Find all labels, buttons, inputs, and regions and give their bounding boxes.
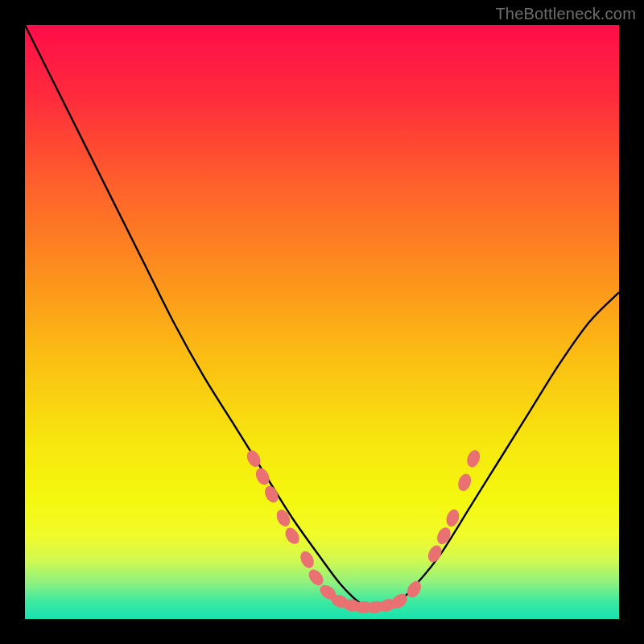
plot-background (25, 25, 619, 619)
bottleneck-chart (25, 25, 619, 619)
watermark-text: TheBottleneck.com (495, 5, 636, 23)
chart-frame (25, 25, 619, 619)
